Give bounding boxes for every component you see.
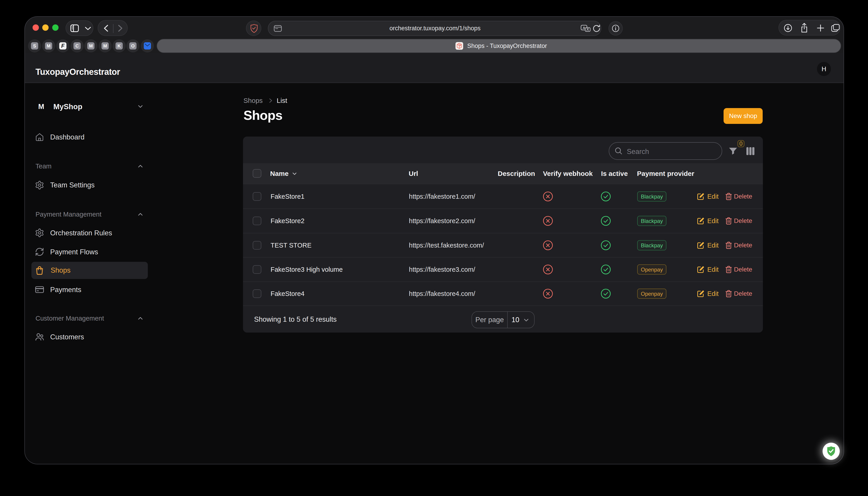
- svg-text:A: A: [583, 26, 585, 30]
